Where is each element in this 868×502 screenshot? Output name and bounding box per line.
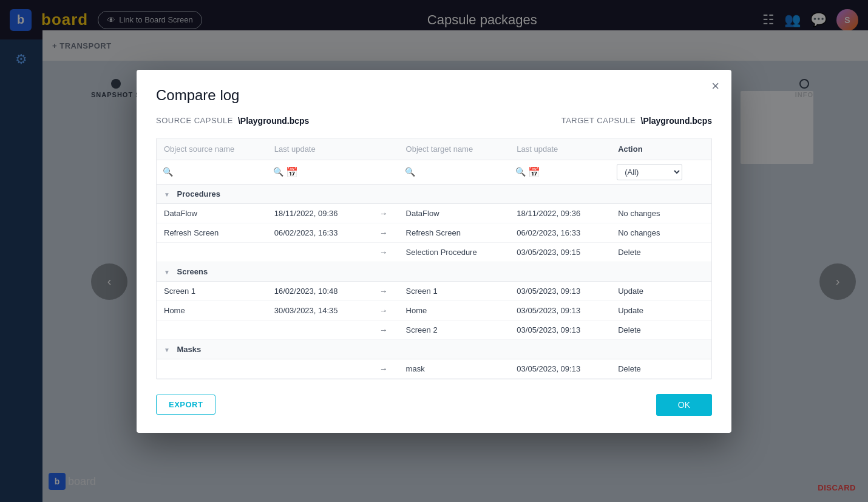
search-target-date-icon: 🔍 [515, 167, 526, 177]
source-date-cell [267, 320, 368, 339]
col-last-update-source: Last update [267, 138, 368, 160]
source-name-cell [157, 320, 267, 339]
source-date-cell: 18/11/2022, 09:36 [267, 203, 368, 223]
modal-title: Compare log [156, 87, 712, 104]
target-name-cell: Refresh Screen [399, 223, 510, 242]
target-capsule-label: TARGET CAPSULE [561, 116, 636, 125]
source-capsule-label: SOURCE CAPSULE [156, 116, 233, 125]
target-date-cell: 03/05/2023, 09:13 [509, 320, 611, 339]
filter-source-date[interactable]: 🔍 📅 [267, 160, 368, 184]
action-cell: Update [611, 300, 711, 320]
modal-close-button[interactable]: × [711, 80, 719, 93]
section-row: ▼ Procedures [157, 184, 711, 203]
col-action: Action [611, 138, 711, 160]
target-date-cell: 03/05/2023, 09:15 [509, 242, 611, 262]
section-name: Screens [177, 267, 208, 276]
section-row: ▼ Masks [157, 339, 711, 359]
filter-source-name[interactable]: 🔍 [157, 160, 267, 184]
section-name: Procedures [177, 189, 221, 198]
ok-button[interactable]: OK [656, 394, 712, 416]
section-chevron-icon: ▼ [164, 191, 170, 198]
action-cell: No changes [611, 203, 711, 223]
arrow-cell: → [368, 320, 399, 339]
search-target-icon: 🔍 [405, 167, 415, 177]
col-last-update-target: Last update [509, 138, 611, 160]
source-date-cell: 16/02/2023, 10:48 [267, 281, 368, 300]
target-capsule-value: \Playground.bcps [641, 116, 712, 126]
source-date-cell [267, 359, 368, 378]
arrow-cell: → [368, 223, 399, 242]
filter-action[interactable]: (All) No changes Update Delete [611, 160, 711, 184]
arrow-cell: → [368, 242, 399, 262]
modal-overlay: × Compare log SOURCE CAPSULE \Playground… [0, 0, 868, 502]
source-capsule-value: \Playground.bcps [238, 116, 309, 126]
section-name: Masks [177, 345, 202, 354]
compare-log-modal: × Compare log SOURCE CAPSULE \Playground… [137, 70, 731, 433]
calendar-source-icon[interactable]: 📅 [286, 166, 298, 178]
filter-target-name[interactable]: 🔍 [399, 160, 510, 184]
action-cell: Delete [611, 359, 711, 378]
compare-table: Object source name Last update Object ta… [156, 138, 712, 379]
table-row: Refresh Screen 06/02/2023, 16:33 → Refre… [157, 223, 711, 242]
col-object-target: Object target name [399, 138, 510, 160]
source-name-cell: Refresh Screen [157, 223, 267, 242]
target-date-cell: 18/11/2022, 09:36 [509, 203, 611, 223]
target-date-cell: 03/05/2023, 09:13 [509, 359, 611, 378]
filter-target-date[interactable]: 🔍 📅 [509, 160, 611, 184]
modal-footer: EXPORT OK [156, 394, 712, 416]
arrow-cell: → [368, 281, 399, 300]
search-source-date-icon: 🔍 [273, 167, 283, 177]
action-cell: No changes [611, 223, 711, 242]
source-capsule-info: SOURCE CAPSULE \Playground.bcps [156, 116, 309, 126]
table-row: → mask 03/05/2023, 09:13 Delete [157, 359, 711, 378]
source-name-cell: Screen 1 [157, 281, 267, 300]
table-row: Screen 1 16/02/2023, 10:48 → Screen 1 03… [157, 281, 711, 300]
export-button[interactable]: EXPORT [156, 395, 215, 415]
action-cell: Delete [611, 320, 711, 339]
table-row: → Selection Procedure 03/05/2023, 09:15 … [157, 242, 711, 262]
source-name-cell: Home [157, 300, 267, 320]
section-chevron-icon: ▼ [164, 269, 170, 276]
table-row: → Screen 2 03/05/2023, 09:13 Delete [157, 320, 711, 339]
target-name-cell: Home [399, 300, 510, 320]
target-name-cell: mask [399, 359, 510, 378]
filter-arrow-spacer [368, 160, 399, 184]
arrow-cell: → [368, 359, 399, 378]
source-name-cell [157, 242, 267, 262]
target-name-cell: Selection Procedure [399, 242, 510, 262]
target-capsule-info: TARGET CAPSULE \Playground.bcps [561, 116, 712, 126]
target-name-cell: Screen 2 [399, 320, 510, 339]
source-date-cell [267, 242, 368, 262]
target-date-cell: 03/05/2023, 09:13 [509, 281, 611, 300]
calendar-target-icon[interactable]: 📅 [528, 166, 540, 178]
section-chevron-icon: ▼ [164, 347, 170, 353]
table-row: Home 30/03/2023, 14:35 → Home 03/05/2023… [157, 300, 711, 320]
table-row: DataFlow 18/11/2022, 09:36 → DataFlow 18… [157, 203, 711, 223]
source-date-cell: 30/03/2023, 14:35 [267, 300, 368, 320]
target-date-cell: 03/05/2023, 09:13 [509, 300, 611, 320]
col-arrow-header [368, 138, 399, 160]
target-name-cell: Screen 1 [399, 281, 510, 300]
source-name-cell [157, 359, 267, 378]
target-date-cell: 06/02/2023, 16:33 [509, 223, 611, 242]
arrow-cell: → [368, 203, 399, 223]
capsule-info-row: SOURCE CAPSULE \Playground.bcps TARGET C… [156, 116, 712, 126]
target-name-cell: DataFlow [399, 203, 510, 223]
action-cell: Delete [611, 242, 711, 262]
col-object-source: Object source name [157, 138, 267, 160]
source-name-cell: DataFlow [157, 203, 267, 223]
action-cell: Update [611, 281, 711, 300]
search-source-icon: 🔍 [163, 167, 173, 177]
arrow-cell: → [368, 300, 399, 320]
section-row: ▼ Screens [157, 262, 711, 281]
source-date-cell: 06/02/2023, 16:33 [267, 223, 368, 242]
action-filter-select[interactable]: (All) No changes Update Delete [617, 164, 682, 180]
